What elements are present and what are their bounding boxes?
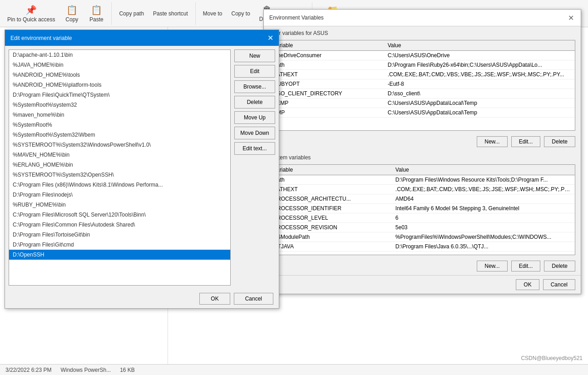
user-variables-section-title: User variables for ASUS <box>264 26 581 38</box>
edit-env-ok-button[interactable]: OK <box>199 293 230 305</box>
list-item[interactable]: D:\Program Files\nodejs\ <box>9 190 230 200</box>
table-row[interactable]: TMPC:\Users\ASUS\AppData\Local\Temp <box>270 108 575 118</box>
user-new-button[interactable]: New... <box>477 136 507 147</box>
list-item[interactable]: %ANDROID_HOME%\platform-tools <box>9 80 230 90</box>
paste-shortcut-button[interactable]: Paste shortcut <box>149 9 192 19</box>
env-dialog-cancel-button[interactable]: Cancel <box>543 279 575 290</box>
table-row[interactable]: PROCESSOR_LEVEL6 <box>270 213 575 223</box>
list-item[interactable]: D:\Program Files\QuickTime\QTSystem\ <box>9 90 230 100</box>
paste-button[interactable]: 📋 Paste <box>85 3 108 25</box>
list-item[interactable]: C:\Program Files\Common Files\Autodesk S… <box>9 220 230 230</box>
list-item[interactable]: %RUBY_HOME%\bin <box>9 200 230 210</box>
edit-env-titlebar: Edit environment variable ✕ <box>5 30 279 46</box>
env-variables-dialog: Environment Variables ✕ User variables f… <box>263 9 581 294</box>
edit-new-button[interactable]: New <box>234 49 275 62</box>
list-item[interactable]: %SystemRoot%\System32\Wbem <box>9 130 230 140</box>
copy-icon: 📋 <box>66 5 78 15</box>
edit-env-dialog: Edit environment variable ✕ D:\apache-an… <box>5 30 279 309</box>
pin-to-quick-access-button[interactable]: 📌 Pin to Quick access <box>4 3 59 25</box>
list-item[interactable]: %SystemRoot%\system32 <box>9 100 230 110</box>
sys-delete-button[interactable]: Delete <box>544 261 575 271</box>
watermark: CSDN@Blueeyedboy521 <box>521 355 583 361</box>
list-item[interactable]: %ANDROID_HOME%\tools <box>9 70 230 80</box>
edit-edit-button[interactable]: Edit <box>234 65 275 78</box>
list-item[interactable]: D:\OpenSSH <box>9 250 230 260</box>
status-app: Windows PowerSh... <box>60 367 111 373</box>
edit-move-up-button[interactable]: Move Up <box>234 111 275 124</box>
list-item[interactable]: %maven_home%\bin <box>9 110 230 120</box>
ribbon-separator-2 <box>195 2 196 25</box>
move-to-button[interactable]: Move to <box>199 9 226 19</box>
paste-icon: 📋 <box>91 5 102 15</box>
list-item[interactable]: D:\apache-ant-1.10.1\bin <box>9 50 230 60</box>
table-row[interactable]: PATHEXT.COM;.EXE;.BAT;.CMD;.VBS;.VBE;.JS… <box>270 185 575 194</box>
list-item[interactable]: D:\Program Files\Git\cmd <box>9 240 230 250</box>
copy-button[interactable]: 📋 Copy <box>60 3 83 25</box>
copy-to-button[interactable]: Copy to <box>227 9 253 19</box>
env-list[interactable]: D:\apache-ant-1.10.1\bin%JAVA_HOME%\bin%… <box>9 49 231 286</box>
list-item[interactable]: C:\Program Files\Microsoft SQL Server\12… <box>9 210 230 220</box>
sys-var-col2-header: Value <box>392 165 575 175</box>
list-item[interactable]: C:\Program Files (x86)\Windows Kits\8.1\… <box>9 180 230 190</box>
edit-move-down-button[interactable]: Move Down <box>234 127 275 139</box>
status-size: 16 KB <box>120 367 135 373</box>
user-var-col2-header: Value <box>384 40 575 51</box>
edit-env-body: D:\apache-ant-1.10.1\bin%JAVA_HOME%\bin%… <box>5 46 279 289</box>
list-item[interactable]: %JAVA_HOME%\bin <box>9 60 230 70</box>
table-row[interactable]: SSO_CLIENT_DIRECTORYD:\sso_client\ <box>270 89 575 99</box>
list-item[interactable]: %ERLANG_HOME%\bin <box>9 160 230 170</box>
edit-env-footer: OK Cancel <box>5 289 279 308</box>
list-item[interactable]: D:\Program Files\TortoiseGit\bin <box>9 230 230 240</box>
list-item[interactable]: %SYSTEMROOT%\System32\OpenSSH\ <box>9 170 230 180</box>
table-row[interactable]: PathD:\Program Files\Ruby26-x64\bin;C:\U… <box>270 60 575 70</box>
table-row[interactable]: PATHEXT.COM;.EXE;.BAT;.CMD;.VBS;.VBE;.JS… <box>270 70 575 79</box>
edit-delete-button[interactable]: Delete <box>234 96 275 109</box>
status-bar: 3/22/2022 6:23 PM Windows PowerSh... 16 … <box>0 364 588 375</box>
table-row[interactable]: OneDriveConsumerC:\Users\ASUS\OneDrive <box>270 51 575 60</box>
status-date: 3/22/2022 6:23 PM <box>5 367 51 373</box>
system-variables-button-row: New... Edit... Delete <box>264 257 581 275</box>
edit-env-title: Edit environment variable <box>10 35 72 41</box>
sys-var-col1-header: Variable <box>270 165 392 175</box>
user-var-col1-header: Variable <box>270 40 384 51</box>
edit-env-action-buttons: New Edit Browse... Delete Move Up Move D… <box>234 49 275 286</box>
copy-path-button[interactable]: Copy path <box>115 9 148 19</box>
table-row[interactable]: RUBYOPT-Eutf-8 <box>270 79 575 89</box>
user-variables-table[interactable]: Variable Value OneDriveConsumerC:\Users\… <box>269 40 575 131</box>
table-row[interactable]: PROCESSOR_REVISION5e03 <box>270 223 575 232</box>
table-row[interactable]: PROCESSOR_IDENTIFIERIntel64 Family 6 Mod… <box>270 204 575 213</box>
list-item[interactable]: %MAVEN_HOME%\bin <box>9 150 230 160</box>
sys-edit-button[interactable]: Edit... <box>511 261 541 271</box>
table-row[interactable]: PSModulePath%ProgramFiles%\WindowsPowerS… <box>270 232 575 242</box>
edit-env-cancel-button[interactable]: Cancel <box>234 293 273 305</box>
env-dialog-close-button[interactable]: ✕ <box>566 13 575 22</box>
table-row[interactable]: PROCESSOR_ARCHITECTU...AMD64 <box>270 194 575 204</box>
edit-browse-button[interactable]: Browse... <box>234 80 275 93</box>
system-variables-table[interactable]: Variable Value PathD:\Program Files\Wind… <box>269 164 575 255</box>
list-item[interactable]: %SYSTEMROOT%\System32\WindowsPowerShell\… <box>9 140 230 150</box>
edit-env-close-button[interactable]: ✕ <box>267 34 273 42</box>
table-row[interactable]: TEMPC:\Users\ASUS\AppData\Local\Temp <box>270 99 575 108</box>
user-variables-button-row: New... Edit... Delete <box>264 133 581 151</box>
system-variables-section-title: System variables <box>264 151 581 163</box>
sys-new-button[interactable]: New... <box>477 261 507 271</box>
user-edit-button[interactable]: Edit... <box>511 136 541 147</box>
table-row[interactable]: QTJAVAD:\Program Files\Java 6.0.35\...\Q… <box>270 242 575 252</box>
ribbon-separator-1 <box>111 2 112 25</box>
edit-text-button[interactable]: Edit text... <box>234 142 275 155</box>
env-dialog-titlebar: Environment Variables ✕ <box>264 10 581 26</box>
env-dialog-footer: OK Cancel <box>264 275 581 294</box>
user-delete-button[interactable]: Delete <box>544 136 575 147</box>
pin-icon: 📌 <box>25 5 37 15</box>
table-row[interactable]: PathD:\Program Files\Windows Resource Ki… <box>270 175 575 185</box>
env-dialog-title: Environment Variables <box>269 15 324 21</box>
list-item[interactable]: %SystemRoot% <box>9 120 230 130</box>
env-dialog-ok-button[interactable]: OK <box>516 279 539 290</box>
